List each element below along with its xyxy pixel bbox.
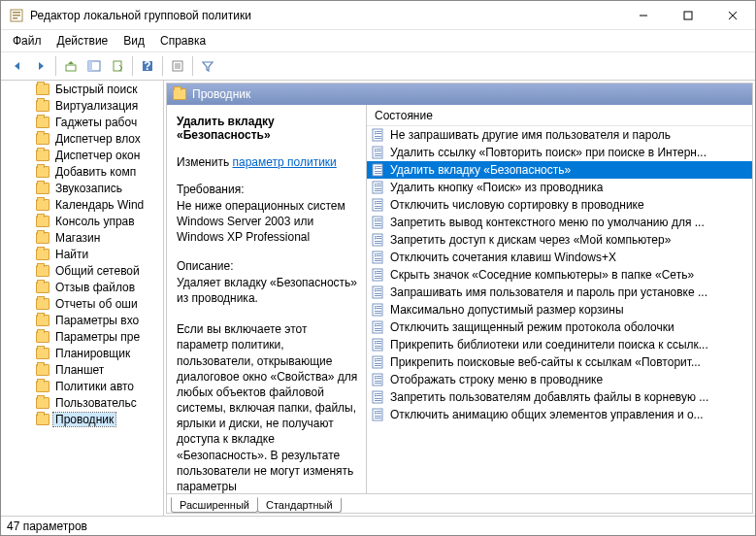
policy-item-label: Скрыть значок «Соседние компьютеры» в па… xyxy=(390,268,694,282)
svg-rect-72 xyxy=(375,258,381,259)
tree-item[interactable]: Виртуализация xyxy=(1,97,163,114)
svg-rect-129 xyxy=(375,400,381,401)
policy-item[interactable]: Запретить доступ к дискам через «Мой ком… xyxy=(367,231,752,249)
tree-item[interactable]: Отчеты об оши xyxy=(1,295,163,312)
back-button[interactable] xyxy=(7,55,28,77)
svg-rect-101 xyxy=(375,330,381,331)
svg-rect-96 xyxy=(377,323,381,324)
tree-item[interactable]: Диспетчер окон xyxy=(1,147,163,163)
svg-rect-26 xyxy=(377,149,381,150)
svg-rect-79 xyxy=(375,276,381,277)
svg-rect-102 xyxy=(373,339,382,351)
svg-rect-18 xyxy=(373,129,382,141)
tree-item[interactable]: Отзыв файлов xyxy=(1,279,163,295)
tree-item[interactable]: Консоль управ xyxy=(1,213,163,229)
up-button[interactable] xyxy=(60,55,82,77)
tree-item[interactable]: Найти xyxy=(1,246,163,262)
svg-rect-60 xyxy=(373,234,382,246)
tree-item[interactable]: Проводник xyxy=(1,411,163,427)
show-hide-tree-button[interactable] xyxy=(83,55,105,77)
tree-item-label: Звукозапись xyxy=(53,182,124,195)
tree-item[interactable]: Диспетчер влох xyxy=(1,130,163,147)
policy-item[interactable]: Удалить ссылку «Повторить поиск» при пои… xyxy=(367,144,752,161)
svg-rect-45 xyxy=(375,190,381,191)
svg-rect-61 xyxy=(377,236,381,237)
help-button[interactable]: ? xyxy=(137,55,158,77)
pane-header-title: Проводник xyxy=(192,87,250,101)
folder-icon xyxy=(36,414,49,425)
svg-rect-68 xyxy=(377,253,381,254)
policy-item[interactable]: Максимально допустимый размер корзины xyxy=(367,301,752,318)
policy-item[interactable]: Скрыть значок «Соседние компьютеры» в па… xyxy=(367,266,752,284)
tree-item-label: Политики авто xyxy=(53,380,136,393)
policy-item[interactable]: Отключить числовую сортировку в проводни… xyxy=(367,196,752,214)
minimize-button[interactable] xyxy=(621,1,666,30)
policy-item-label: Отключить числовую сортировку в проводни… xyxy=(390,198,644,212)
svg-rect-63 xyxy=(375,236,377,238)
app-icon xyxy=(9,8,24,23)
forward-button[interactable] xyxy=(30,55,51,77)
tab-extended[interactable]: Расширенный xyxy=(171,497,258,513)
tree-pane[interactable]: Быстрый поискВиртуализацияГаджеты рабочД… xyxy=(1,81,164,516)
policy-icon xyxy=(371,127,386,143)
svg-rect-2 xyxy=(13,15,20,17)
tree-item-label: Магазин xyxy=(53,231,102,245)
tree-item[interactable]: Общий сетевой xyxy=(1,262,163,279)
tree-item[interactable]: Планировщик xyxy=(1,345,163,361)
maximize-button[interactable] xyxy=(666,1,710,30)
svg-rect-1 xyxy=(13,12,20,14)
policy-icon xyxy=(371,250,386,265)
svg-rect-67 xyxy=(373,251,382,263)
tree-item[interactable]: Планшет xyxy=(1,361,163,378)
tree-item[interactable]: Параметры вхо xyxy=(1,312,163,328)
policy-list[interactable]: Не запрашивать другие имя пользователя и… xyxy=(367,126,752,493)
svg-rect-74 xyxy=(373,269,382,281)
tree-item[interactable]: Быстрый поиск xyxy=(1,81,163,97)
menu-file[interactable]: Файл xyxy=(5,32,49,50)
policy-icon xyxy=(371,215,386,230)
policy-item[interactable]: Прикрепить поисковые веб-сайты к ссылкам… xyxy=(367,353,752,371)
tree-item[interactable]: Гаджеты рабоч xyxy=(1,114,163,130)
tab-standard[interactable]: Стандартный xyxy=(257,498,342,513)
svg-rect-125 xyxy=(377,395,381,396)
description-label: Описание: xyxy=(177,259,358,273)
tree-item[interactable]: Параметры пре xyxy=(1,328,163,345)
policy-item[interactable]: Прикрепить библиотеки или соединители по… xyxy=(367,336,752,353)
policy-item[interactable]: Отображать строку меню в проводнике xyxy=(367,371,752,388)
policy-item[interactable]: Запретить вывод контекстного меню по умо… xyxy=(367,214,752,231)
policy-item[interactable]: Удалить кнопку «Поиск» из проводника xyxy=(367,179,752,196)
svg-rect-103 xyxy=(377,341,381,342)
svg-rect-30 xyxy=(375,153,381,154)
policy-item[interactable]: Запретить пользователям добавлять файлы … xyxy=(367,388,752,406)
details-pane: Проводник Удалить вкладку «Безопасность»… xyxy=(166,83,753,514)
policy-item[interactable]: Запрашивать имя пользователя и пароль пр… xyxy=(367,284,752,301)
properties-button[interactable] xyxy=(167,55,188,77)
close-button[interactable] xyxy=(710,1,755,30)
menu-action[interactable]: Действие xyxy=(49,32,116,50)
menu-help[interactable]: Справка xyxy=(152,32,214,50)
svg-rect-94 xyxy=(375,313,381,314)
policy-item[interactable]: Отключить анимацию общих элементов управ… xyxy=(367,406,752,423)
policy-icon xyxy=(371,197,386,213)
filter-button[interactable] xyxy=(197,55,218,77)
menu-view[interactable]: Вид xyxy=(115,32,152,50)
export-button[interactable] xyxy=(107,55,128,77)
tree-item[interactable]: Пользовательс xyxy=(1,394,163,411)
tree-item[interactable]: Звукозапись xyxy=(1,180,163,196)
tree-item[interactable]: Политики авто xyxy=(1,378,163,394)
tree-item[interactable]: Добавить комп xyxy=(1,163,163,180)
policy-item[interactable]: Отключить сочетания клавиш Windows+X xyxy=(367,249,752,266)
svg-rect-98 xyxy=(375,323,377,325)
svg-rect-108 xyxy=(375,348,381,349)
tree-item[interactable]: Календарь Wind xyxy=(1,196,163,213)
svg-rect-91 xyxy=(375,306,377,308)
tree-item[interactable]: Магазин xyxy=(1,229,163,246)
tree-item-label: Календарь Wind xyxy=(53,198,146,212)
policy-item[interactable]: Удалить вкладку «Безопасность» xyxy=(367,161,752,179)
policy-item[interactable]: Не запрашивать другие имя пользователя и… xyxy=(367,126,752,144)
policy-item[interactable]: Отключить защищенный режим протокола обо… xyxy=(367,318,752,336)
column-header-state[interactable]: Состояние xyxy=(367,105,752,126)
svg-rect-97 xyxy=(377,325,381,326)
tree-item-label: Общий сетевой xyxy=(53,264,142,278)
edit-policy-link[interactable]: параметр политики xyxy=(232,155,336,169)
